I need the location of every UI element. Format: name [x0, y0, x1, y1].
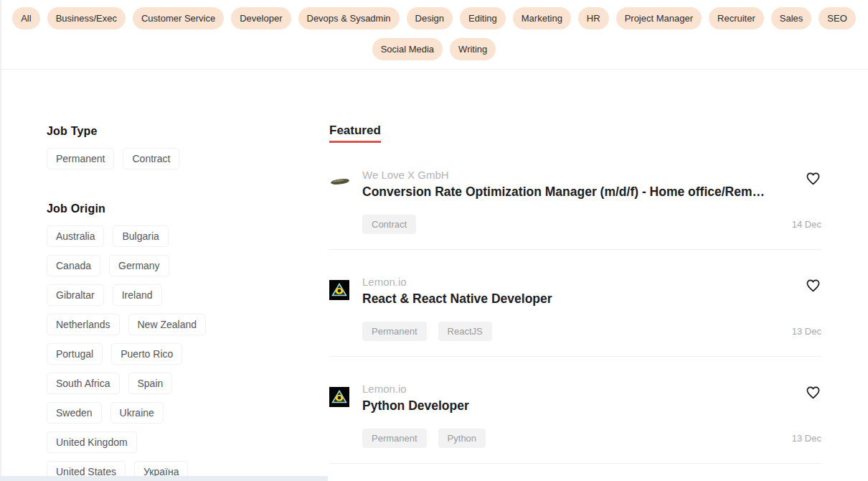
category-pill-marketing[interactable]: Marketing: [513, 7, 571, 29]
job-tag: Python: [438, 429, 486, 448]
category-pill-all[interactable]: All: [12, 7, 39, 29]
job-origin-option[interactable]: Bulgaria: [113, 225, 168, 247]
job-origin-option[interactable]: South Africa: [47, 373, 120, 394]
category-pill-business-exec[interactable]: Business/Exec: [47, 7, 126, 29]
job-origin-option[interactable]: Germany: [109, 255, 169, 276]
category-pill-hr[interactable]: HR: [578, 7, 609, 29]
job-origin-option[interactable]: Gibraltar: [47, 284, 104, 306]
job-origin-option[interactable]: New Zealand: [128, 314, 207, 335]
company-name: Lemon.io: [362, 383, 795, 395]
card-divider: [329, 356, 821, 357]
job-origin-option[interactable]: Netherlands: [47, 314, 120, 335]
job-tag: Permanent: [362, 322, 427, 341]
job-card-meta: Contract 14 Dec: [329, 215, 821, 234]
job-type-options: Permanent Contract: [47, 148, 219, 169]
job-title[interactable]: Python Developer: [362, 398, 795, 414]
job-card-header: We Love X GmbH Conversion Rate Optimizat…: [329, 169, 821, 200]
job-list: We Love X GmbH Conversion Rate Optimizat…: [329, 169, 821, 481]
category-pill-developer[interactable]: Developer: [231, 7, 291, 29]
heart-icon: [805, 384, 821, 399]
we-love-x-logo-icon: [329, 177, 351, 187]
category-row-1: All Business/Exec Customer Service Devel…: [11, 7, 857, 29]
job-card-header: Lemon.io React & React Native Developer: [329, 276, 821, 307]
category-pill-customer-service[interactable]: Customer Service: [133, 7, 224, 29]
job-card-header: Lemon.io Python Developer: [329, 383, 821, 414]
filter-sidebar: Job Type Permanent Contract Job Origin A…: [47, 70, 329, 481]
category-pill-recruiter[interactable]: Recruiter: [709, 7, 764, 29]
partial-bottom-element: [0, 476, 328, 481]
job-origin-option[interactable]: Australia: [47, 225, 104, 247]
job-origin-options: Australia Bulgaria Canada Germany Gibral…: [47, 225, 219, 481]
job-origin-option[interactable]: Ukraine: [110, 402, 164, 424]
favorite-button[interactable]: [805, 384, 821, 401]
job-origin-option[interactable]: United Kingdom: [47, 431, 137, 453]
card-divider: [329, 463, 821, 464]
category-pill-writing[interactable]: Writing: [450, 38, 496, 60]
job-tag: Permanent: [362, 429, 427, 448]
job-date: 13 Dec: [792, 433, 821, 444]
job-date: 13 Dec: [792, 326, 821, 337]
job-card-text: Lemon.io Python Developer: [362, 383, 795, 414]
company-name: Lemon.io: [362, 276, 795, 288]
card-divider: [329, 249, 821, 250]
job-type-option-contract[interactable]: Contract: [123, 148, 179, 169]
category-pill-seo[interactable]: SEO: [819, 7, 855, 29]
favorite-button[interactable]: [805, 277, 821, 294]
job-origin-option[interactable]: Canada: [47, 255, 100, 276]
lemon-io-logo-icon: [329, 387, 349, 407]
job-date: 14 Dec: [792, 219, 821, 230]
job-card-text: Lemon.io React & React Native Developer: [362, 276, 795, 307]
favorite-button[interactable]: [805, 170, 821, 187]
job-tag: Contract: [362, 215, 416, 234]
heart-icon: [805, 277, 821, 292]
featured-jobs-section: Featured We Love X GmbH Convers: [329, 70, 821, 481]
job-origin-option[interactable]: Ireland: [113, 284, 162, 306]
job-title[interactable]: React & React Native Developer: [362, 291, 795, 307]
job-origin-option[interactable]: Puerto Rico: [111, 343, 182, 365]
job-tags: Contract: [362, 215, 416, 234]
job-type-heading: Job Type: [47, 125, 329, 138]
company-logo: [329, 280, 349, 300]
job-tags: Permanent ReactJS: [362, 322, 492, 341]
job-tag: ReactJS: [438, 322, 492, 341]
job-type-filter-group: Job Type Permanent Contract: [47, 125, 329, 169]
category-row-2: Social Media Writing: [11, 38, 857, 60]
company-logo: [329, 173, 349, 187]
job-board-page: All Business/Exec Customer Service Devel…: [0, 0, 868, 481]
featured-heading: Featured: [329, 123, 381, 143]
company-logo: [329, 387, 349, 407]
job-origin-filter-group: Job Origin Australia Bulgaria Canada Ger…: [47, 202, 329, 481]
job-type-option-permanent[interactable]: Permanent: [47, 148, 114, 169]
lemon-io-logo-icon: [329, 280, 349, 300]
heart-icon: [805, 170, 821, 185]
job-origin-option[interactable]: Portugal: [47, 343, 103, 365]
job-origin-heading: Job Origin: [47, 202, 329, 215]
category-filter-bar: All Business/Exec Customer Service Devel…: [0, 0, 868, 70]
company-name: We Love X GmbH: [362, 169, 795, 181]
job-card-meta: Permanent Python 13 Dec: [329, 429, 821, 448]
job-title[interactable]: Conversion Rate Optimization Manager (m/…: [362, 184, 795, 200]
category-pill-design[interactable]: Design: [407, 7, 453, 29]
job-card-text: We Love X GmbH Conversion Rate Optimizat…: [362, 169, 795, 200]
job-card-meta: Permanent ReactJS 13 Dec: [329, 322, 821, 341]
job-card[interactable]: We Love X GmbH Conversion Rate Optimizat…: [329, 169, 821, 250]
job-tags: Permanent Python: [362, 429, 486, 448]
category-pill-sales[interactable]: Sales: [771, 7, 812, 29]
main-content: Job Type Permanent Contract Job Origin A…: [0, 70, 868, 481]
job-card[interactable]: Lemon.io React & React Native Developer …: [329, 276, 821, 357]
job-origin-option[interactable]: Sweden: [47, 402, 102, 424]
job-card[interactable]: Lemon.io Python Developer Permanent P: [329, 383, 821, 464]
category-pill-project-manager[interactable]: Project Manager: [616, 7, 702, 29]
category-pill-devops-sysadmin[interactable]: Devops & Sysadmin: [298, 7, 400, 29]
category-pill-social-media[interactable]: Social Media: [372, 38, 443, 60]
job-origin-option[interactable]: Spain: [128, 373, 173, 394]
category-pill-editing[interactable]: Editing: [460, 7, 506, 29]
